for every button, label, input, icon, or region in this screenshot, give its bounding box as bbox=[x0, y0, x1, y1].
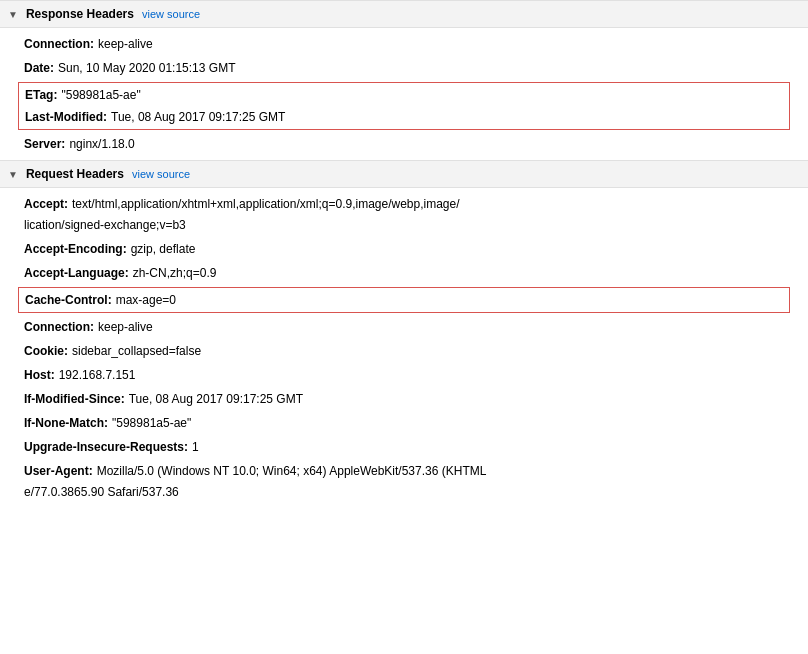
header-value: nginx/1.18.0 bbox=[69, 135, 134, 153]
header-name: Cookie: bbox=[24, 342, 68, 360]
table-row: Accept-Language:zh-CN,zh;q=0.9 bbox=[0, 261, 808, 285]
header-name: Accept: bbox=[24, 195, 68, 213]
response-headers-panel: ▼ Response Headers view source Connectio… bbox=[0, 0, 808, 160]
header-name: If-None-Match: bbox=[24, 414, 108, 432]
header-name: If-Modified-Since: bbox=[24, 390, 125, 408]
response-headers-title: Response Headers bbox=[26, 7, 134, 21]
request-headers-table: Accept:text/html,application/xhtml+xml,a… bbox=[0, 188, 808, 508]
table-row: Accept-Encoding:gzip, deflate bbox=[0, 237, 808, 261]
table-row: Host:192.168.7.151 bbox=[0, 363, 808, 387]
response-headers-header: ▼ Response Headers view source bbox=[0, 1, 808, 28]
header-value: Tue, 08 Aug 2017 09:17:25 GMT bbox=[111, 108, 285, 126]
table-row: Upgrade-Insecure-Requests:1 bbox=[0, 435, 808, 459]
header-value: 1 bbox=[192, 438, 199, 456]
header-name: Host: bbox=[24, 366, 55, 384]
header-value: keep-alive bbox=[98, 318, 153, 336]
response-headers-toggle-icon[interactable]: ▼ bbox=[8, 9, 18, 20]
header-value: Sun, 10 May 2020 01:15:13 GMT bbox=[58, 59, 235, 77]
table-row: Cache-Control:max-age=0 bbox=[25, 289, 783, 311]
request-headers-toggle-icon[interactable]: ▼ bbox=[8, 169, 18, 180]
response-headers-view-source[interactable]: view source bbox=[142, 8, 200, 20]
request-headers-header: ▼ Request Headers view source bbox=[0, 161, 808, 188]
header-name: Cache-Control: bbox=[25, 291, 112, 309]
header-value: Mozilla/5.0 (Windows NT 10.0; Win64; x64… bbox=[97, 462, 487, 480]
header-name: Connection: bbox=[24, 35, 94, 53]
request-headers-panel: ▼ Request Headers view source Accept:tex… bbox=[0, 160, 808, 508]
header-value: "598981a5-ae" bbox=[61, 86, 140, 104]
header-name: Connection: bbox=[24, 318, 94, 336]
header-value: sidebar_collapsed=false bbox=[72, 342, 201, 360]
table-row: User-Agent:Mozilla/5.0 (Windows NT 10.0;… bbox=[0, 459, 808, 483]
header-continuation: lication/signed-exchange;v=b3 bbox=[0, 216, 808, 237]
highlighted-header-group: ETag:"598981a5-ae"Last-Modified:Tue, 08 … bbox=[18, 82, 790, 130]
header-continuation: e/77.0.3865.90 Safari/537.36 bbox=[0, 483, 808, 504]
table-row: Server:nginx/1.18.0 bbox=[0, 132, 808, 156]
header-name: Upgrade-Insecure-Requests: bbox=[24, 438, 188, 456]
table-row: If-Modified-Since:Tue, 08 Aug 2017 09:17… bbox=[0, 387, 808, 411]
header-value: 192.168.7.151 bbox=[59, 366, 136, 384]
header-name: Accept-Language: bbox=[24, 264, 129, 282]
header-name: User-Agent: bbox=[24, 462, 93, 480]
header-value: keep-alive bbox=[98, 35, 153, 53]
table-row: Last-Modified:Tue, 08 Aug 2017 09:17:25 … bbox=[25, 106, 783, 128]
header-name: Last-Modified: bbox=[25, 108, 107, 126]
response-headers-table: Connection:keep-aliveDate:Sun, 10 May 20… bbox=[0, 28, 808, 160]
table-row: Cookie:sidebar_collapsed=false bbox=[0, 339, 808, 363]
table-row: If-None-Match:"598981a5-ae" bbox=[0, 411, 808, 435]
table-row: Connection:keep-alive bbox=[0, 32, 808, 56]
header-name: Accept-Encoding: bbox=[24, 240, 127, 258]
table-row: ETag:"598981a5-ae" bbox=[25, 84, 783, 106]
header-value: zh-CN,zh;q=0.9 bbox=[133, 264, 217, 282]
header-name: Server: bbox=[24, 135, 65, 153]
request-headers-view-source[interactable]: view source bbox=[132, 168, 190, 180]
table-row: Accept:text/html,application/xhtml+xml,a… bbox=[0, 192, 808, 216]
header-value: Tue, 08 Aug 2017 09:17:25 GMT bbox=[129, 390, 303, 408]
header-value: max-age=0 bbox=[116, 291, 176, 309]
table-row: Connection:keep-alive bbox=[0, 315, 808, 339]
highlighted-header-group: Cache-Control:max-age=0 bbox=[18, 287, 790, 313]
header-value: gzip, deflate bbox=[131, 240, 196, 258]
header-value: "598981a5-ae" bbox=[112, 414, 191, 432]
table-row: Date:Sun, 10 May 2020 01:15:13 GMT bbox=[0, 56, 808, 80]
header-name: ETag: bbox=[25, 86, 57, 104]
header-name: Date: bbox=[24, 59, 54, 77]
header-value: text/html,application/xhtml+xml,applicat… bbox=[72, 195, 460, 213]
request-headers-title: Request Headers bbox=[26, 167, 124, 181]
